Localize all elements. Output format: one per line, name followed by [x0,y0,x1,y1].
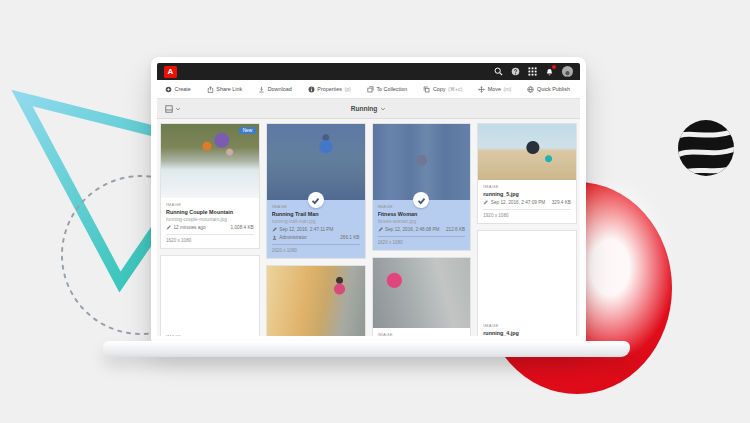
asset-title: Running Trail Man [272,211,360,217]
asset-modified: Sep 12, 2016, 2:46:08 PM [385,227,439,232]
asset-card-running-couple-mountain[interactable]: New IMAGE Running Couple Mountain runnin… [160,123,260,249]
asset-thumbnail[interactable] [267,124,365,200]
user-icon [272,235,277,240]
asset-modified: 12 minutes ago [174,225,206,230]
asset-filename: running-trail-man.jpg [272,219,360,224]
properties-label: Properties [317,86,342,92]
avatar-person-icon [562,69,573,77]
download-label: Download [268,86,292,92]
laptop-base [103,341,630,357]
asset-thumbnail[interactable] [267,266,365,337]
wave-logo [676,118,736,178]
user-avatar[interactable] [562,66,573,77]
asset-thumbnail[interactable] [478,231,576,319]
create-button[interactable]: Create [165,86,191,93]
quick-publish-label: Quick Publish [537,86,570,92]
page-background: A [0,0,750,423]
edit-pencil-icon [378,227,383,232]
asset-size: 1,008.4 KB [231,225,254,230]
asset-size: 329.4 KB [552,200,571,205]
move-label: Move [488,86,501,92]
asset-modified: Sep 12, 2016, 2:47:09 PM [491,200,545,205]
asset-card-running-5[interactable]: IMAGE running_5.jpg Sep 12, 2016, 2:47:0… [477,123,577,224]
notification-badge [552,65,556,69]
asset-grid: New IMAGE Running Couple Mountain runnin… [157,119,580,336]
collection-title-dropdown[interactable]: Running [351,105,387,112]
to-collection-label: To Collection [376,86,407,92]
asset-dimensions: 1620 x 1080 [166,234,254,243]
asset-thumbnail[interactable] [373,124,471,200]
asset-title: Running Couple Mountain [166,209,254,215]
asset-published-by: Administrator [279,235,307,240]
properties-shortcut: (p) [344,86,350,92]
globe-icon [527,86,534,93]
plus-circle-icon [165,86,172,93]
help-icon[interactable] [511,67,520,76]
action-toolbar: Create Share Link Download Properties (p… [157,80,580,99]
grid-column-4: IMAGE running_5.jpg Sep 12, 2016, 2:47:0… [477,123,577,332]
download-icon [258,86,265,93]
asset-title: running_4.jpg [483,330,571,336]
move-button[interactable]: Move (m) [478,86,511,93]
to-collection-icon [367,86,374,93]
edit-pencil-icon [483,200,488,205]
asset-card-running-3[interactable]: IMAGE running_3.jpg [372,257,472,337]
share-icon [207,86,214,93]
asset-type-label: IMAGE [483,323,571,328]
share-link-label: Share Link [216,86,242,92]
copy-shortcut: (⌘+c) [448,86,462,92]
asset-dimensions: 1620 x 1080 [272,244,360,253]
copy-label: Copy [433,86,446,92]
laptop-screen: A [151,57,586,342]
collection-header: Running [157,99,580,119]
move-icon [478,86,485,93]
asset-type-label: IMAGE [166,202,254,207]
aem-assets-app: A [157,63,580,336]
selected-check-icon[interactable] [308,192,324,208]
card-view-icon [165,105,173,113]
grid-column-3: IMAGE Fitness Woman fitness-woman.jpg Se… [372,123,472,332]
asset-card-fitness-woman[interactable]: IMAGE Fitness Woman fitness-woman.jpg Se… [372,123,472,251]
chevron-down-icon [175,106,181,112]
collection-title: Running [351,105,378,112]
info-circle-icon [308,86,315,93]
copy-icon [423,86,430,93]
top-navigation-bar: A [157,63,580,80]
grid-column-1: New IMAGE Running Couple Mountain runnin… [160,123,260,332]
asset-card-running-trail-man[interactable]: IMAGE Running Trail Man running-trail-ma… [266,123,366,259]
grid-column-2: IMAGE Running Trail Man running-trail-ma… [266,123,366,332]
adobe-logo[interactable]: A [164,66,177,78]
asset-size: 212.6 KB [446,227,465,232]
asset-filename: running-couple-mountain.jpg [166,217,254,222]
asset-title: running_5.jpg [483,191,571,197]
asset-size: 266.1 KB [340,235,359,240]
asset-type-label: IMAGE [483,184,571,189]
asset-thumbnail[interactable] [373,258,471,328]
asset-modified: Sep 12, 2016, 2:47:11 PM [279,227,333,232]
asset-thumbnail[interactable] [478,124,576,180]
copy-button[interactable]: Copy (⌘+c) [423,86,462,93]
chevron-down-icon [380,106,386,112]
notifications-button[interactable] [545,67,554,76]
asset-type-label: IMAGE [378,332,466,337]
create-label: Create [175,86,191,92]
to-collection-button[interactable]: To Collection [367,86,407,93]
asset-thumbnail[interactable] [161,256,259,330]
asset-card-running-hills[interactable]: IMAGE [160,255,260,337]
properties-button[interactable]: Properties (p) [308,86,351,93]
selected-check-icon[interactable] [413,192,429,208]
edit-pencil-icon [272,227,277,232]
edit-pencil-icon [166,225,171,230]
asset-card-running-1[interactable]: IMAGE running_1.jpg [266,265,366,337]
asset-dimensions: 1620 x 1080 [378,236,466,245]
move-shortcut: (m) [504,86,512,92]
share-link-button[interactable]: Share Link [207,86,242,93]
asset-dimensions: 1920 x 1080 [483,209,571,218]
search-icon[interactable] [494,67,503,76]
asset-card-running-4[interactable]: IMAGE running_4.jpg Sep 12, 2016, 2:47:0… [477,230,577,336]
quick-publish-button[interactable]: Quick Publish [527,86,569,93]
view-switcher[interactable] [165,105,181,113]
download-button[interactable]: Download [258,86,291,93]
asset-thumbnail[interactable]: New [161,124,259,198]
apps-grid-icon[interactable] [528,67,537,76]
